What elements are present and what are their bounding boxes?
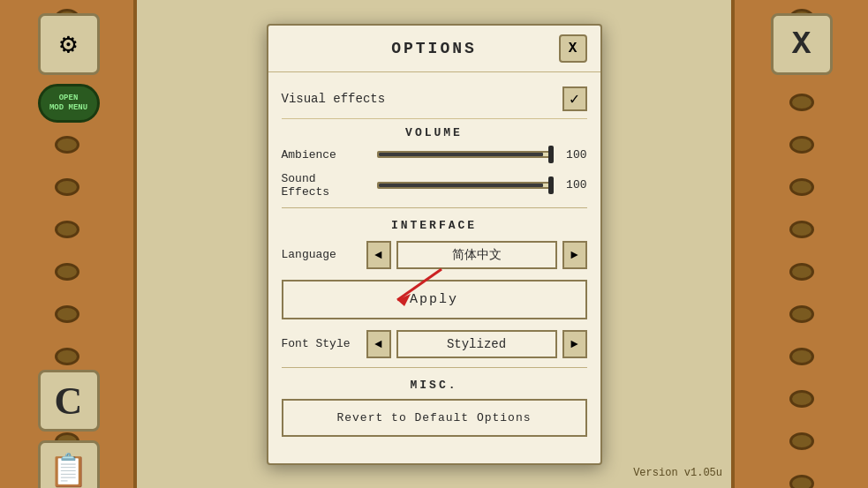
font-style-right-arrow[interactable]: ► <box>562 330 587 358</box>
c-label: C <box>55 379 83 424</box>
right-arrow-icon: ► <box>570 248 577 262</box>
language-row: Language ◄ 简体中文 ► <box>282 236 587 274</box>
dialog-title: OPTIONS <box>310 40 559 57</box>
right-x-label: X <box>792 26 811 63</box>
font-style-label: Font Style <box>282 337 361 350</box>
close-x-label: X <box>569 41 577 56</box>
ambience-value: 100 <box>561 148 587 161</box>
language-label: Language <box>282 248 361 261</box>
mod-menu-button[interactable]: OPEN MOD MENU <box>38 84 100 123</box>
left-binder: ⚙ OPEN MOD MENU C 📋 <box>0 0 137 488</box>
ring <box>789 94 814 111</box>
font-style-current: Stylized <box>447 337 506 351</box>
font-left-arrow-icon: ◄ <box>374 337 381 351</box>
doc-button[interactable]: 📋 <box>38 440 100 488</box>
misc-section-header: MISC. <box>282 372 587 395</box>
dialog-body: Visual effects ✓ VOLUME Ambience 100 Sou… <box>268 72 600 454</box>
font-right-arrow-icon: ► <box>570 337 577 351</box>
ring <box>789 305 814 323</box>
visual-effects-checkbox[interactable]: ✓ <box>562 86 587 111</box>
version-text: Version v1.05u <box>633 467 722 479</box>
mod-menu-label: OPEN MOD MENU <box>49 94 87 113</box>
dialog-header: OPTIONS X <box>268 26 600 72</box>
language-left-arrow[interactable]: ◄ <box>366 241 391 269</box>
ring <box>789 136 814 154</box>
volume-section-header: VOLUME <box>282 119 587 143</box>
ambience-slider[interactable] <box>377 151 554 158</box>
sound-effects-label: Sound Effects <box>282 172 370 199</box>
ring <box>789 263 814 281</box>
divider-1 <box>282 207 587 208</box>
c-button[interactable]: C <box>38 370 100 432</box>
ring <box>789 475 814 488</box>
ring <box>789 432 814 450</box>
ambience-label: Ambience <box>282 148 370 161</box>
font-style-value: Stylized <box>396 330 557 358</box>
visual-effects-row: Visual effects ✓ <box>282 79 587 119</box>
visual-effects-label: Visual effects <box>282 92 386 106</box>
right-binder: X <box>731 0 868 488</box>
ring <box>789 221 814 238</box>
language-right-arrow[interactable]: ► <box>562 241 587 269</box>
interface-section-header: INTERFACE <box>282 212 587 236</box>
revert-button[interactable]: Revert to Default Options <box>282 399 587 437</box>
font-style-row: Font Style ◄ Stylized ► <box>282 325 587 364</box>
right-x-button[interactable]: X <box>771 13 833 75</box>
gear-icon: ⚙ <box>60 26 77 62</box>
left-buttons-area: ⚙ OPEN MOD MENU C 📋 <box>9 13 128 488</box>
font-style-left-arrow[interactable]: ◄ <box>366 330 391 358</box>
apply-label: Apply <box>410 292 458 307</box>
ring <box>789 390 814 408</box>
doc-icon: 📋 <box>49 452 88 488</box>
checkmark-icon: ✓ <box>570 89 579 109</box>
ambience-row: Ambience 100 <box>282 143 587 167</box>
sound-effects-slider[interactable] <box>377 182 554 189</box>
ring <box>789 178 814 196</box>
language-value: 简体中文 <box>396 241 557 269</box>
apply-button[interactable]: Apply <box>282 280 587 319</box>
sound-effects-row: Sound Effects 100 <box>282 167 587 204</box>
ring <box>789 348 814 365</box>
language-current: 简体中文 <box>452 247 502 263</box>
revert-label: Revert to Default Options <box>336 411 531 424</box>
rings-right <box>789 9 814 488</box>
options-dialog: OPTIONS X Visual effects ✓ VOLUME Ambien… <box>267 24 602 465</box>
gear-button[interactable]: ⚙ <box>38 13 100 75</box>
sound-effects-value: 100 <box>561 178 587 191</box>
left-arrow-icon: ◄ <box>374 248 381 262</box>
dialog-close-button[interactable]: X <box>559 34 587 63</box>
divider-2 <box>282 367 587 368</box>
